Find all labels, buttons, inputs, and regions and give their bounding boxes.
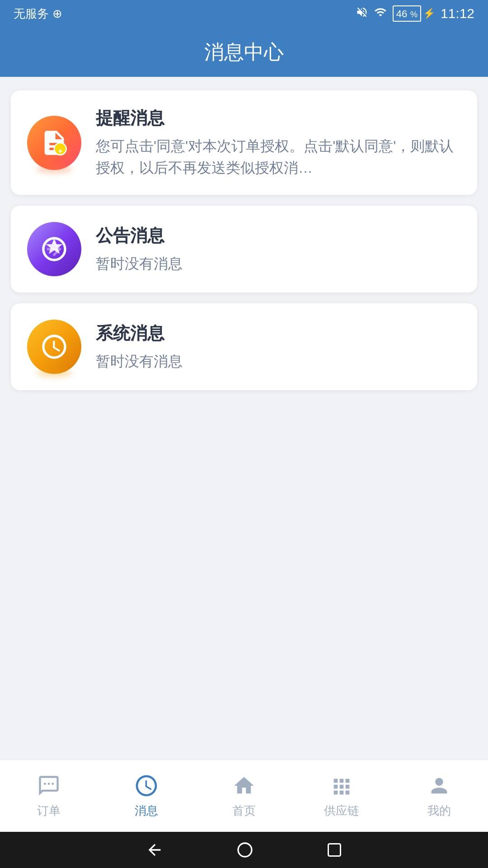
bottom-nav: 订单 消息 首页 供应链 bbox=[0, 760, 488, 832]
page-header: 消息中心 bbox=[0, 27, 488, 77]
announcement-desc: 暂时没有消息 bbox=[96, 253, 461, 274]
status-bar: 无服务 ⊕ 46 % ⚡ 11:12 bbox=[0, 0, 488, 27]
messages-label: 消息 bbox=[135, 803, 158, 819]
announcement-title: 公告消息 bbox=[96, 224, 461, 247]
time-display: 11:12 bbox=[441, 6, 474, 21]
wifi-icon bbox=[374, 6, 387, 22]
system-content: 系统消息 暂时没有消息 bbox=[96, 322, 461, 372]
svg-text:+: + bbox=[58, 146, 63, 156]
system-icon bbox=[27, 320, 81, 374]
home-label: 首页 bbox=[232, 803, 256, 819]
home-button[interactable] bbox=[236, 841, 254, 859]
reminder-content: 提醒消息 您可点击'同意'对本次订单授权。点击'默认同意'，则默认授权，以后不再… bbox=[96, 107, 461, 179]
back-button[interactable] bbox=[145, 841, 164, 859]
system-message-card[interactable]: 系统消息 暂时没有消息 bbox=[11, 303, 477, 390]
page-title: 消息中心 bbox=[204, 39, 284, 66]
svg-point-3 bbox=[238, 843, 252, 857]
status-carrier: 无服务 ⊕ bbox=[14, 6, 62, 22]
system-title: 系统消息 bbox=[96, 322, 461, 345]
mine-label: 我的 bbox=[427, 803, 451, 819]
reminder-title: 提醒消息 bbox=[96, 107, 461, 130]
announcement-message-card[interactable]: 公告消息 暂时没有消息 bbox=[11, 206, 477, 292]
mute-icon bbox=[356, 6, 368, 22]
mine-icon bbox=[427, 773, 452, 798]
supply-icon bbox=[329, 773, 354, 798]
nav-item-supply[interactable]: 供应链 bbox=[293, 760, 390, 832]
announcement-content: 公告消息 暂时没有消息 bbox=[96, 224, 461, 274]
reminder-desc: 您可点击'同意'对本次订单授权。点击'默认同意'，则默认授权，以后不再发送类似授… bbox=[96, 135, 461, 179]
orders-label: 订单 bbox=[37, 803, 61, 819]
svg-rect-4 bbox=[328, 844, 341, 856]
reminder-message-card[interactable]: + 提醒消息 您可点击'同意'对本次订单授权。点击'默认同意'，则默认授权，以后… bbox=[11, 90, 477, 195]
recent-button[interactable] bbox=[326, 842, 343, 858]
battery-icon: 46 % ⚡ bbox=[393, 5, 435, 22]
nav-item-orders[interactable]: 订单 bbox=[0, 760, 98, 832]
supply-label: 供应链 bbox=[324, 803, 359, 819]
system-desc: 暂时没有消息 bbox=[96, 350, 461, 372]
home-icon bbox=[231, 773, 257, 798]
nav-item-messages[interactable]: 消息 bbox=[98, 760, 195, 832]
nav-item-home[interactable]: 首页 bbox=[195, 760, 293, 832]
nav-item-mine[interactable]: 我的 bbox=[390, 760, 488, 832]
orders-icon bbox=[36, 773, 61, 798]
android-nav-bar bbox=[0, 832, 488, 868]
status-right: 46 % ⚡ 11:12 bbox=[356, 5, 474, 22]
messages-icon bbox=[134, 773, 159, 798]
reminder-icon: + bbox=[27, 116, 81, 170]
main-content: + 提醒消息 您可点击'同意'对本次订单授权。点击'默认同意'，则默认授权，以后… bbox=[0, 77, 488, 760]
signal-icon: ⊕ bbox=[52, 7, 62, 21]
announcement-icon bbox=[27, 222, 81, 276]
